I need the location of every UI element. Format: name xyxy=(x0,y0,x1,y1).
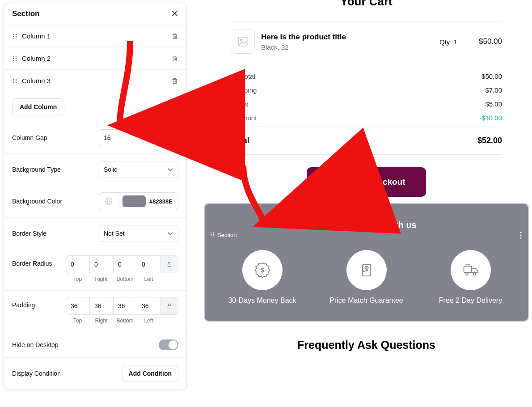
discount-row: Discount-$10.00 xyxy=(231,111,502,125)
bg-color-input[interactable]: #82838E xyxy=(99,192,178,210)
section-menu-button[interactable] xyxy=(520,232,522,241)
preview-pane: Your Cart Here is the product title Blac… xyxy=(205,0,528,407)
reason-title: Reason to shop with us xyxy=(205,204,528,230)
svg-point-30 xyxy=(213,234,214,235)
padding-left-input[interactable] xyxy=(137,297,160,315)
svg-point-7 xyxy=(16,37,17,38)
close-button[interactable] xyxy=(171,9,178,18)
padding-bottom-input[interactable] xyxy=(113,297,137,315)
padding-row: Padding Top Right Bottom Left xyxy=(4,291,186,332)
padding-right-input[interactable] xyxy=(89,297,113,315)
image-placeholder-icon xyxy=(231,30,255,54)
svg-point-28 xyxy=(213,233,214,233)
continue-checkout-button[interactable]: Continue Checkout xyxy=(307,167,426,197)
delete-column-button[interactable] xyxy=(171,77,178,85)
color-swatch[interactable] xyxy=(122,195,146,207)
svg-point-16 xyxy=(13,80,14,81)
delete-column-button[interactable] xyxy=(171,33,178,40)
radius-bottom-input[interactable] xyxy=(113,255,137,273)
svg-point-31 xyxy=(211,235,211,236)
settings-panel: Section Column 1 Column 2 Column 3 Add C… xyxy=(4,3,187,390)
column-row-3[interactable]: Column 3 xyxy=(4,70,186,92)
padding-label: Padding xyxy=(12,301,35,309)
svg-point-19 xyxy=(16,82,17,83)
svg-point-2 xyxy=(13,34,14,35)
svg-point-10 xyxy=(13,58,14,59)
svg-text:$: $ xyxy=(365,266,367,270)
bg-type-select[interactable]: Solid xyxy=(98,161,178,178)
radius-right-input[interactable] xyxy=(89,255,113,273)
svg-point-4 xyxy=(13,35,14,37)
totals: Subtotal$50.00 Shipping$7.00 Taxes$5.00 … xyxy=(231,62,502,127)
sublabel-right: Right xyxy=(95,276,107,282)
border-style-label: Border Style xyxy=(12,230,46,237)
subtotal-row: Subtotal$50.00 xyxy=(231,69,502,83)
svg-point-13 xyxy=(16,59,17,61)
reason-section[interactable]: Reason to shop with us Section $ 30-Days… xyxy=(205,204,528,321)
svg-point-41 xyxy=(465,273,468,275)
border-radius-label: Border Radius xyxy=(12,260,52,267)
column-gap-row: Column Gap xyxy=(4,122,186,154)
svg-rect-23 xyxy=(168,264,171,266)
delete-column-button[interactable] xyxy=(171,55,178,62)
reason-col-label: Price Match Guarantee xyxy=(329,297,403,305)
bg-type-label: Background Type xyxy=(12,166,61,173)
svg-point-32 xyxy=(213,235,214,236)
drag-handle-icon[interactable] xyxy=(12,55,17,62)
svg-point-33 xyxy=(520,232,521,233)
radius-left-input[interactable] xyxy=(137,255,160,273)
column-row-1[interactable]: Column 1 xyxy=(4,25,186,47)
close-icon xyxy=(171,9,178,19)
item-subtitle: Black, 32 xyxy=(261,43,439,51)
add-column-button[interactable]: Add Column xyxy=(12,98,64,115)
svg-point-29 xyxy=(211,234,211,235)
padding-top-input[interactable] xyxy=(66,297,89,315)
reason-col-3: Free 2 Day Delivery xyxy=(422,250,519,305)
column-gap-input[interactable] xyxy=(98,129,178,146)
reason-col-label: 30-Days Money Back xyxy=(228,297,296,305)
svg-point-27 xyxy=(211,233,211,233)
svg-point-34 xyxy=(520,234,521,236)
cart: Your Cart Here is the product title Blac… xyxy=(205,0,528,197)
hide-desktop-toggle[interactable] xyxy=(159,339,178,350)
drag-handle-icon[interactable] xyxy=(12,78,17,84)
section-tag-label: Section xyxy=(217,232,236,238)
cart-item: Here is the product title Black, 32 Qty … xyxy=(231,21,502,62)
svg-point-15 xyxy=(16,78,17,80)
svg-text:$: $ xyxy=(261,267,264,274)
item-title: Here is the product title xyxy=(261,33,439,42)
drag-handle-icon[interactable] xyxy=(12,33,17,39)
item-qty: Qty 1 xyxy=(439,38,457,46)
padding-lock-button[interactable] xyxy=(160,297,178,315)
reason-col-2: $ Price Match Guarantee xyxy=(318,250,415,305)
bg-color-row: Background Color #82838E xyxy=(4,185,186,218)
svg-point-11 xyxy=(16,58,17,59)
sublabel-top: Top xyxy=(73,318,82,324)
add-condition-button[interactable]: Add Condition xyxy=(122,365,178,382)
panel-header: Section xyxy=(4,3,186,25)
svg-point-26 xyxy=(241,39,242,41)
column-gap-label: Column Gap xyxy=(12,134,47,141)
drag-handle-icon[interactable] xyxy=(210,232,215,238)
svg-point-8 xyxy=(13,56,14,57)
sublabel-left: Left xyxy=(144,318,153,324)
radius-lock-button[interactable] xyxy=(160,255,178,273)
add-column-row: Add Column xyxy=(4,92,186,122)
bg-color-label: Background Color xyxy=(12,198,62,205)
globe-icon[interactable] xyxy=(99,193,119,210)
shipping-row: Shipping$7.00 xyxy=(231,83,502,97)
radius-top-input[interactable] xyxy=(66,255,89,273)
price-match-icon: $ xyxy=(346,250,387,290)
border-style-select[interactable]: Not Set xyxy=(98,225,178,242)
section-tag[interactable]: Section xyxy=(210,232,236,238)
svg-point-17 xyxy=(16,80,17,81)
reason-col-1: $ 30-Days Money Back xyxy=(214,250,311,305)
border-radius-row: Border Radius Top Right Bottom Left xyxy=(4,249,186,291)
total-row: Total$52.00 xyxy=(231,127,502,154)
divider xyxy=(231,154,502,155)
svg-point-18 xyxy=(13,82,14,83)
column-row-2[interactable]: Column 2 xyxy=(4,47,186,70)
item-price: $50.00 xyxy=(479,37,502,46)
money-back-icon: $ xyxy=(242,250,283,290)
panel-title: Section xyxy=(12,9,39,18)
